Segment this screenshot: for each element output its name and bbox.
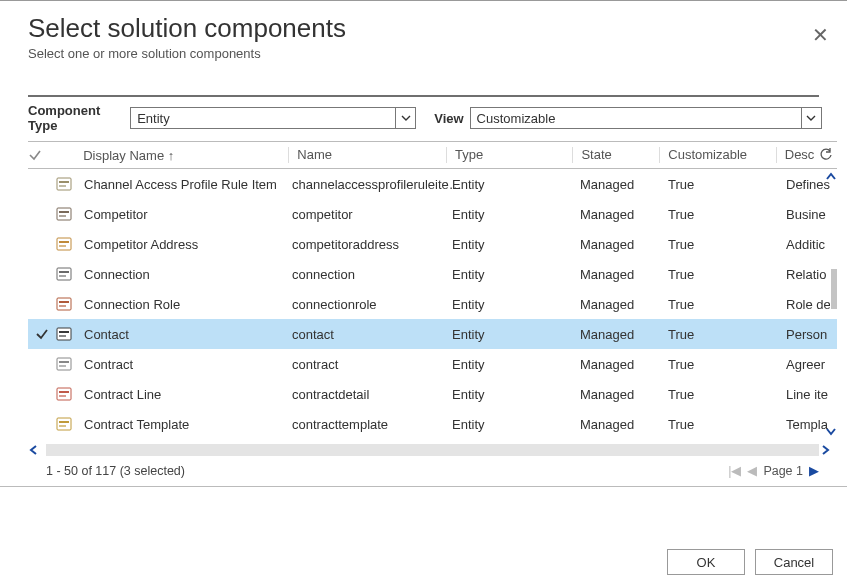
- cell-customizable: True: [668, 267, 786, 282]
- page-title: Select solution components: [28, 13, 819, 44]
- cell-type: Entity: [452, 297, 580, 312]
- cell-display-name: Competitor Address: [82, 237, 292, 252]
- svg-rect-11: [59, 275, 66, 277]
- cell-name: competitoraddress: [292, 237, 452, 252]
- close-icon[interactable]: ✕: [812, 23, 829, 47]
- svg-rect-24: [57, 418, 71, 430]
- svg-rect-8: [59, 245, 66, 247]
- entity-icon: [56, 206, 82, 222]
- cell-display-name: Connection Role: [82, 297, 292, 312]
- cell-display-name: Contract Template: [82, 417, 292, 432]
- svg-rect-18: [57, 358, 71, 370]
- view-select[interactable]: Customizable: [470, 107, 822, 129]
- cell-description: Role de: [786, 297, 830, 312]
- component-type-select[interactable]: Entity: [130, 107, 416, 129]
- page-first-icon[interactable]: |◀: [728, 463, 741, 478]
- table-row[interactable]: CompetitorcompetitorEntityManagedTrueBus…: [28, 199, 837, 229]
- svg-rect-26: [59, 425, 66, 427]
- col-state[interactable]: State: [572, 147, 659, 163]
- view-label: View: [434, 111, 463, 126]
- cell-customizable: True: [668, 297, 786, 312]
- dialog: ✕ Select solution components Select one …: [0, 0, 847, 587]
- table-row[interactable]: Contract LinecontractdetailEntityManaged…: [28, 379, 837, 409]
- view-value: Customizable: [477, 111, 556, 126]
- cell-state: Managed: [580, 177, 668, 192]
- cell-description: Additic: [786, 237, 830, 252]
- svg-rect-21: [57, 388, 71, 400]
- filter-view: View Customizable: [434, 107, 821, 129]
- table-row[interactable]: ContractcontractEntityManagedTrueAgreer: [28, 349, 837, 379]
- col-name[interactable]: Name: [288, 147, 446, 163]
- filter-bar: Component Type Entity View Customizable: [0, 97, 847, 141]
- scroll-up-icon[interactable]: [825, 171, 837, 183]
- table-row[interactable]: Competitor AddresscompetitoraddressEntit…: [28, 229, 837, 259]
- svg-rect-16: [59, 331, 69, 333]
- page-next-icon[interactable]: ▶: [809, 463, 819, 478]
- scroll-right-icon[interactable]: [819, 444, 837, 456]
- cell-description: Agreer: [786, 357, 830, 372]
- entity-icon: [56, 296, 82, 312]
- page-label: Page 1: [763, 464, 803, 478]
- cell-customizable: True: [668, 417, 786, 432]
- cell-customizable: True: [668, 237, 786, 252]
- svg-rect-15: [57, 328, 71, 340]
- cell-state: Managed: [580, 357, 668, 372]
- col-customizable[interactable]: Customizable: [659, 147, 775, 163]
- component-type-value: Entity: [137, 111, 170, 126]
- col-type[interactable]: Type: [446, 147, 572, 163]
- status-text: 1 - 50 of 117 (3 selected): [46, 464, 185, 478]
- cell-display-name: Contract: [82, 357, 292, 372]
- cell-description: Person: [786, 327, 830, 342]
- entity-icon: [56, 326, 82, 342]
- cell-display-name: Connection: [82, 267, 292, 282]
- cell-name: connection: [292, 267, 452, 282]
- scroll-left-icon[interactable]: [28, 444, 46, 456]
- cell-customizable: True: [668, 357, 786, 372]
- entity-icon: [56, 416, 82, 432]
- divider: [0, 486, 847, 487]
- svg-rect-14: [59, 305, 66, 307]
- cell-description: Busine: [786, 207, 830, 222]
- entity-icon: [56, 386, 82, 402]
- select-all-checkbox[interactable]: [28, 148, 56, 162]
- cell-display-name: Competitor: [82, 207, 292, 222]
- scrollbar-track[interactable]: [46, 444, 819, 456]
- horizontal-scrollbar[interactable]: [28, 441, 837, 459]
- header: Select solution components Select one or…: [0, 1, 847, 67]
- table-row[interactable]: ConnectionconnectionEntityManagedTrueRel…: [28, 259, 837, 289]
- scrollbar-thumb[interactable]: [831, 269, 837, 309]
- svg-rect-22: [59, 391, 69, 393]
- svg-rect-3: [57, 208, 71, 220]
- page-prev-icon[interactable]: ◀: [747, 463, 757, 478]
- row-checkbox[interactable]: [28, 327, 56, 341]
- svg-rect-2: [59, 185, 66, 187]
- filter-component-type: Component Type Entity: [28, 103, 416, 133]
- cell-type: Entity: [452, 387, 580, 402]
- cell-customizable: True: [668, 177, 786, 192]
- cell-type: Entity: [452, 267, 580, 282]
- table-row[interactable]: Connection RoleconnectionroleEntityManag…: [28, 289, 837, 319]
- scroll-down-icon[interactable]: [825, 425, 837, 437]
- page-subtitle: Select one or more solution components: [28, 46, 819, 61]
- table-row[interactable]: Channel Access Profile Rule Itemchannela…: [28, 169, 837, 199]
- table-row[interactable]: ContactcontactEntityManagedTruePerson: [28, 319, 837, 349]
- cell-name: contractdetail: [292, 387, 452, 402]
- entity-icon: [56, 236, 82, 252]
- cell-state: Managed: [580, 297, 668, 312]
- cell-state: Managed: [580, 387, 668, 402]
- table-row[interactable]: Contract TemplatecontracttemplateEntityM…: [28, 409, 837, 439]
- refresh-icon[interactable]: [819, 148, 837, 162]
- entity-icon: [56, 176, 82, 192]
- col-display-name[interactable]: Display Name ↑: [81, 148, 288, 163]
- cell-type: Entity: [452, 357, 580, 372]
- cell-name: contracttemplate: [292, 417, 452, 432]
- cell-description: Relatio: [786, 267, 830, 282]
- svg-rect-4: [59, 211, 69, 213]
- footer: 1 - 50 of 117 (3 selected) |◀ ◀ Page 1 ▶: [0, 459, 847, 478]
- cell-description: Templa: [786, 417, 830, 432]
- ok-button[interactable]: OK: [667, 549, 745, 575]
- grid: Display Name ↑ Name Type State Customiza…: [28, 141, 837, 439]
- cell-type: Entity: [452, 417, 580, 432]
- cancel-button[interactable]: Cancel: [755, 549, 833, 575]
- col-description[interactable]: Desc: [776, 147, 820, 163]
